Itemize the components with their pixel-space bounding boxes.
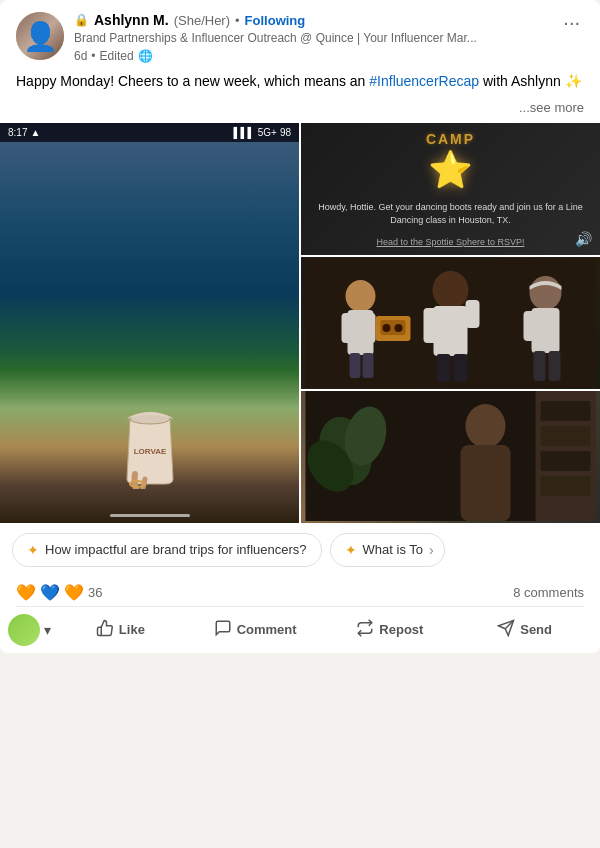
comment-button[interactable]: Comment <box>188 611 323 649</box>
svg-rect-26 <box>306 258 596 388</box>
lock-icon: 🔒 <box>74 13 89 27</box>
camp-description: Howdy, Hottie. Get your dancing boots re… <box>309 201 592 226</box>
spark-icon-1: ✦ <box>27 542 39 558</box>
meta-dot: • <box>91 49 95 63</box>
name-row: 🔒 Ashlynn M. (She/Her) • Following <box>74 12 549 28</box>
hashtag-link[interactable]: #InfluencerRecap <box>369 73 479 89</box>
post-header: 🔒 Ashlynn M. (She/Her) • Following Brand… <box>0 0 600 71</box>
author-subtitle: Brand Partnerships & Influencer Outreach… <box>74 30 549 47</box>
send-icon <box>497 619 515 641</box>
signal-bars: ▌▌▌ <box>233 127 254 138</box>
more-options-button[interactable]: ··· <box>559 12 584 32</box>
reaction-count[interactable]: 36 <box>88 585 102 600</box>
reactions-left: 🧡 💙 🧡 36 <box>16 583 102 602</box>
post-text-before: Happy Monday! Cheers to a new week, whic… <box>16 73 369 89</box>
party-scene-svg <box>301 258 600 388</box>
suggestion-pill-2[interactable]: ✦ What is To › <box>330 533 445 567</box>
globe-icon: 🌐 <box>138 49 153 63</box>
phone-status-bar: 8:17 ▲ ▌▌▌ 5G+ 98 <box>0 123 299 142</box>
reaction-emoji-2: 💙 <box>40 583 60 602</box>
network-type: 5G+ <box>258 127 277 138</box>
status-dot: ▲ <box>30 127 40 138</box>
star-badge-icon: ⭐ <box>428 149 473 191</box>
reaction-emoji-1: 🧡 <box>16 583 36 602</box>
actions-row: ▾ Like Comment <box>0 607 600 653</box>
like-label: Like <box>119 622 145 637</box>
author-pronouns: (She/Her) <box>174 13 230 28</box>
send-button[interactable]: Send <box>457 611 592 649</box>
svg-text:LORVAE: LORVAE <box>133 447 166 456</box>
media-bot-right-panel[interactable]: +6 <box>301 391 600 523</box>
repost-button[interactable]: Repost <box>323 611 458 649</box>
see-more-link[interactable]: ...see more <box>519 100 584 115</box>
status-time: 8:17 <box>8 127 27 138</box>
author-name[interactable]: Ashlynn M. <box>94 12 169 28</box>
suggestion-pill-1[interactable]: ✦ How impactful are brand trips for infl… <box>12 533 322 567</box>
post-text-after: with Ashlynn ✨ <box>479 73 582 89</box>
sound-icon[interactable]: 🔊 <box>575 231 592 247</box>
post-edited: Edited <box>100 49 134 63</box>
suggestions-row: ✦ How impactful are brand trips for infl… <box>0 523 600 577</box>
comment-label: Comment <box>237 622 297 637</box>
media-grid: 8:17 ▲ ▌▌▌ 5G+ 98 <box>0 123 600 523</box>
repost-icon <box>356 619 374 641</box>
media-left-panel[interactable]: 8:17 ▲ ▌▌▌ 5G+ 98 <box>0 123 299 523</box>
svg-rect-38 <box>306 391 596 521</box>
camp-title: CAMP <box>426 131 475 147</box>
current-user-avatar <box>8 614 40 646</box>
comment-icon <box>214 619 232 641</box>
suggestion-text-1: How impactful are brand trips for influe… <box>45 542 307 557</box>
plus-panel-bg <box>301 391 600 521</box>
suggestion-text-2: What is To <box>363 542 423 557</box>
cup-svg: LORVAE <box>115 399 185 489</box>
spark-icon-2: ✦ <box>345 542 357 558</box>
following-button[interactable]: Following <box>245 13 306 28</box>
post-time: 6d <box>74 49 87 63</box>
post-meta: 6d • Edited 🌐 <box>74 49 549 63</box>
see-more-row: ...see more <box>0 100 600 123</box>
post-text: Happy Monday! Cheers to a new week, whic… <box>0 71 600 100</box>
camp-badge: CAMP ⭐ <box>426 131 475 191</box>
dot-separator: • <box>235 13 240 28</box>
chevron-right-icon: › <box>429 542 434 558</box>
like-button[interactable]: Like <box>53 611 188 649</box>
avatar[interactable] <box>16 12 64 60</box>
battery: 98 <box>280 127 291 138</box>
scroll-indicator <box>110 514 190 517</box>
send-label: Send <box>520 622 552 637</box>
media-top-right-panel[interactable]: CAMP ⭐ Howdy, Hottie. Get your dancing b… <box>301 123 600 255</box>
like-icon <box>96 619 114 641</box>
comments-count[interactable]: 8 comments <box>513 585 584 600</box>
ocean-scene: LORVAE <box>0 142 299 523</box>
avatar-dropdown-button[interactable]: ▾ <box>42 618 53 642</box>
camp-link[interactable]: Head to the Spottie Sphere to RSVP! <box>376 237 524 247</box>
media-mid-right-panel[interactable] <box>301 257 600 389</box>
header-info: 🔒 Ashlynn M. (She/Her) • Following Brand… <box>74 12 549 63</box>
repost-label: Repost <box>379 622 423 637</box>
reactions-row: 🧡 💙 🧡 36 8 comments <box>0 577 600 606</box>
cup-holder: LORVAE <box>115 399 185 493</box>
post-card: 🔒 Ashlynn M. (She/Her) • Following Brand… <box>0 0 600 653</box>
reaction-emoji-3: 🧡 <box>64 583 84 602</box>
